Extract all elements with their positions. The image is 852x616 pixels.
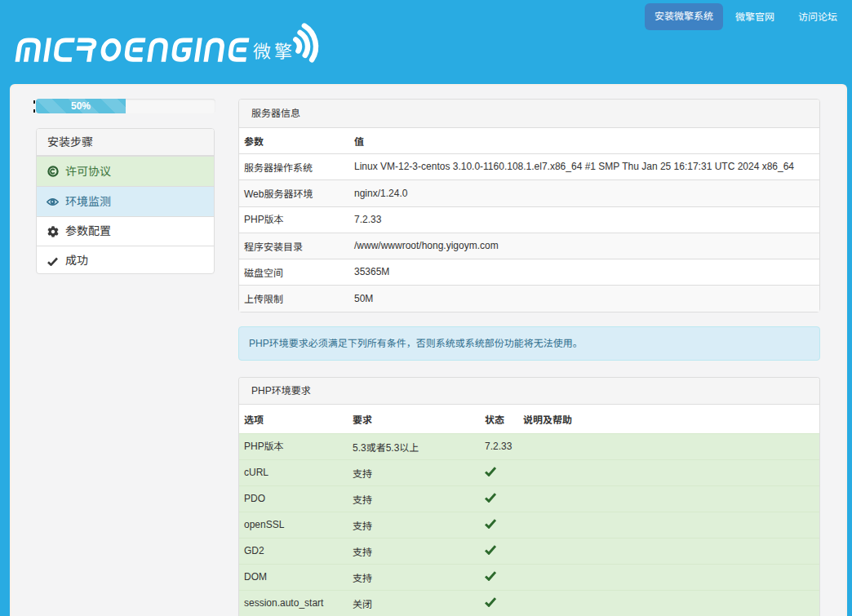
- svg-text:微擎: 微擎: [253, 37, 295, 63]
